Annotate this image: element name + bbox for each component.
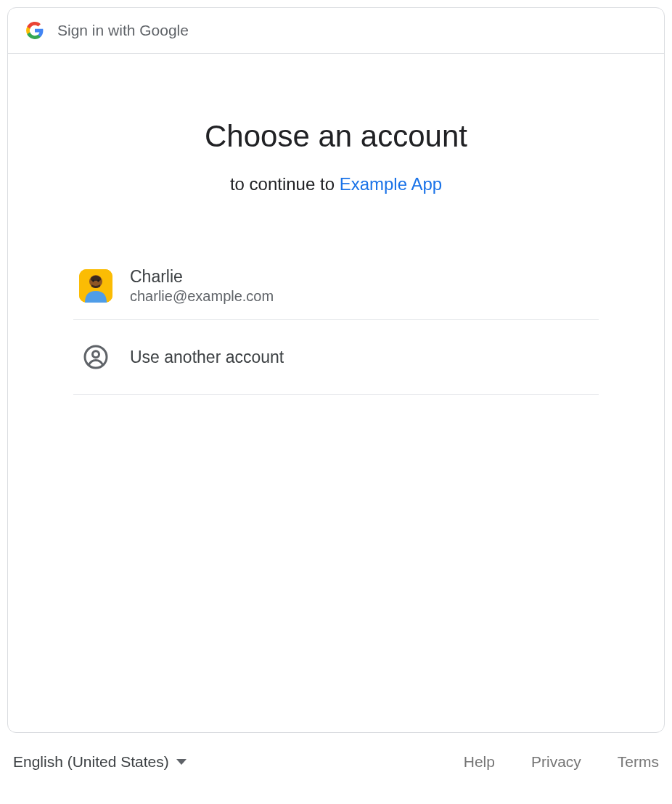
account-item-charlie[interactable]: Charlie charlie@example.com — [73, 253, 599, 320]
footer: English (United States) Help Privacy Ter… — [7, 733, 665, 778]
footer-links: Help Privacy Terms — [464, 753, 659, 771]
use-another-account[interactable]: Use another account — [73, 320, 599, 395]
language-selector[interactable]: English (United States) — [13, 753, 187, 771]
person-icon — [79, 340, 112, 374]
language-label: English (United States) — [13, 753, 169, 771]
svg-point-5 — [93, 351, 99, 358]
avatar — [79, 269, 112, 303]
app-name-link[interactable]: Example App — [340, 174, 442, 194]
svg-point-3 — [97, 279, 99, 282]
account-name: Charlie — [130, 267, 274, 287]
page-subtitle: to continue to Example App — [73, 174, 599, 194]
help-link[interactable]: Help — [464, 753, 495, 771]
page-title: Choose an account — [73, 119, 599, 154]
chevron-down-icon — [176, 759, 187, 765]
account-info: Charlie charlie@example.com — [130, 267, 274, 305]
google-g-icon — [25, 21, 44, 40]
account-email: charlie@example.com — [130, 288, 274, 305]
svg-point-2 — [92, 279, 94, 282]
signin-card: Sign in with Google Choose an account to… — [7, 7, 665, 733]
privacy-link[interactable]: Privacy — [531, 753, 581, 771]
use-another-account-label: Use another account — [130, 348, 284, 367]
card-body: Choose an account to continue to Example… — [8, 54, 664, 732]
card-header: Sign in with Google — [8, 8, 664, 54]
terms-link[interactable]: Terms — [618, 753, 659, 771]
header-label: Sign in with Google — [57, 22, 189, 39]
subtitle-prefix: to continue to — [230, 174, 340, 194]
account-list: Charlie charlie@example.com Use another … — [73, 253, 599, 395]
